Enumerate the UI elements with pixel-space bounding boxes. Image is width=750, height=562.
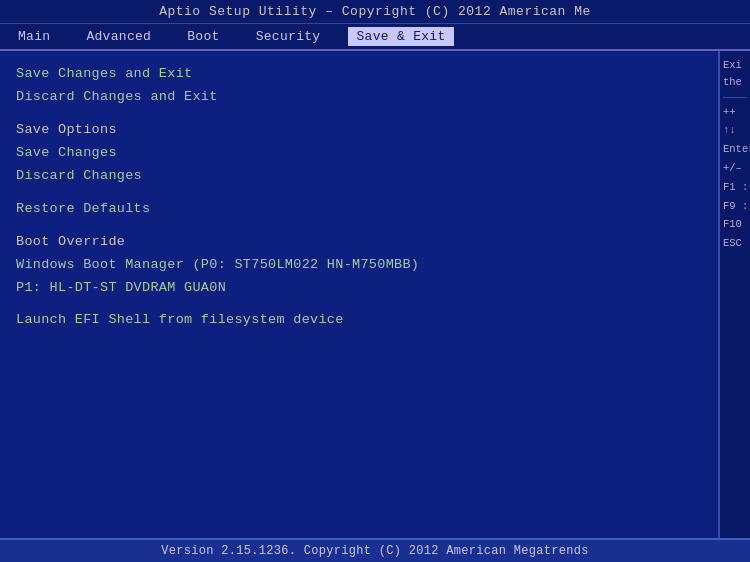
menu-item-boot[interactable]: Boot: [179, 27, 227, 46]
efi-shell[interactable]: Launch EFI Shell from filesystem device: [16, 309, 702, 332]
key-hint-4: F1 :: [723, 179, 748, 196]
key-hint-1: ↑↓: [723, 122, 736, 139]
spacer2: [16, 188, 702, 198]
boot-override-header: Boot Override: [16, 231, 702, 254]
dvdram[interactable]: P1: HL-DT-ST DVDRAM GUA0N: [16, 277, 702, 300]
right-panel-top: Exithe: [723, 57, 742, 91]
title-bar: Aptio Setup Utility – Copyright (C) 2012…: [0, 0, 750, 24]
key-hint-0: ++: [723, 104, 736, 121]
key-hint-7: ESC :: [723, 235, 750, 252]
spacer1: [16, 109, 702, 119]
panel-divider: [723, 97, 747, 98]
bios-screen: Aptio Setup Utility – Copyright (C) 2012…: [0, 0, 750, 562]
save-changes-exit[interactable]: Save Changes and Exit: [16, 63, 702, 86]
key-hint-3: +/– :: [723, 160, 750, 177]
title-text: Aptio Setup Utility – Copyright (C) 2012…: [159, 4, 591, 19]
save-options-header: Save Options: [16, 119, 702, 142]
menu-item-main[interactable]: Main: [10, 27, 58, 46]
spacer3: [16, 221, 702, 231]
key-hint-2: Enter:: [723, 141, 750, 158]
menu-bar: MainAdvancedBootSecuritySave & Exit: [0, 24, 750, 51]
key-hint-6: F10 :: [723, 216, 750, 233]
main-content: Save Changes and ExitDiscard Changes and…: [0, 51, 718, 538]
save-changes[interactable]: Save Changes: [16, 142, 702, 165]
menu-item-save---exit[interactable]: Save & Exit: [348, 27, 453, 46]
footer: Version 2.15.1236. Copyright (C) 2012 Am…: [0, 538, 750, 562]
right-panel: Exithe++↑↓Enter:+/– :F1 :F9 :F10 :ESC :: [718, 51, 750, 538]
windows-boot[interactable]: Windows Boot Manager (P0: ST750LM022 HN-…: [16, 254, 702, 277]
content-wrapper: Save Changes and ExitDiscard Changes and…: [0, 51, 750, 538]
discard-changes[interactable]: Discard Changes: [16, 165, 702, 188]
menu-item-security[interactable]: Security: [248, 27, 329, 46]
discard-changes-exit[interactable]: Discard Changes and Exit: [16, 86, 702, 109]
restore-defaults[interactable]: Restore Defaults: [16, 198, 702, 221]
key-hint-5: F9 :: [723, 198, 748, 215]
footer-text: Version 2.15.1236. Copyright (C) 2012 Am…: [161, 544, 589, 558]
spacer4: [16, 299, 702, 309]
menu-item-advanced[interactable]: Advanced: [78, 27, 159, 46]
